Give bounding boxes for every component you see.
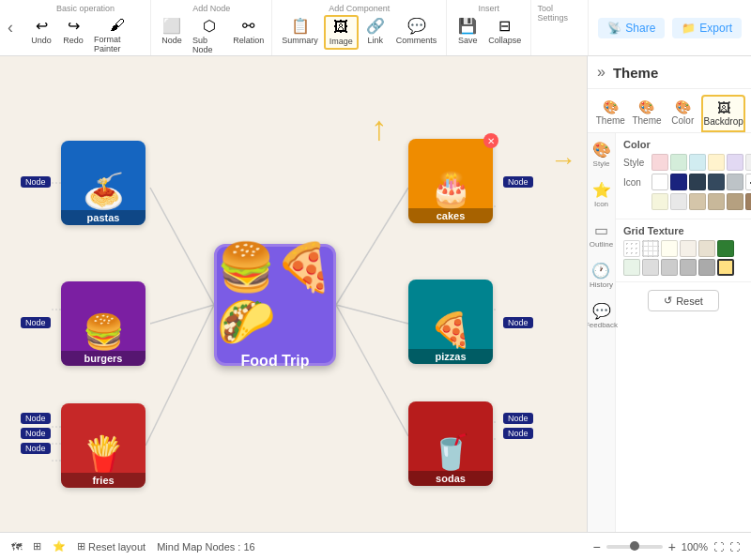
panel-title: Theme bbox=[613, 65, 658, 81]
undo-button[interactable]: ↩ Undo bbox=[26, 15, 56, 55]
texture-warm[interactable] bbox=[680, 240, 697, 257]
center-node[interactable]: 🍔🍕🌮 Food Trip bbox=[214, 244, 336, 366]
swatch-dark[interactable] bbox=[708, 174, 725, 190]
cakes-label: cakes bbox=[408, 208, 493, 223]
texture-yellow-selected[interactable] bbox=[717, 259, 734, 276]
cakes-close-button[interactable]: ✕ bbox=[483, 133, 498, 148]
tab-backdrop[interactable]: 🖼 Backdrop bbox=[701, 95, 745, 132]
swatch-gray[interactable] bbox=[745, 154, 751, 171]
panel-icon-history[interactable]: 🕐 History bbox=[590, 262, 613, 289]
texture-gray2[interactable] bbox=[661, 259, 678, 276]
toolbar-group-add-node: Add Node ⬜ Node ⬡ Sub Node ⚯ Relation bbox=[151, 0, 272, 55]
texture-grid[interactable] bbox=[642, 240, 659, 257]
zoom-slider[interactable] bbox=[606, 545, 663, 549]
swatch-brown2[interactable] bbox=[745, 193, 751, 210]
color-section-title: Color bbox=[623, 139, 743, 150]
swatch-khaki[interactable] bbox=[708, 193, 725, 210]
style-row-label: Style bbox=[623, 158, 651, 168]
node-badge-sodas-2[interactable]: Node bbox=[503, 428, 533, 439]
back-button[interactable]: ‹ bbox=[0, 0, 21, 55]
texture-gray1[interactable] bbox=[642, 259, 659, 276]
zoom-in-button[interactable]: + bbox=[668, 539, 676, 554]
group-label-insert: Insert bbox=[479, 4, 500, 13]
swatch-darkblue[interactable] bbox=[689, 174, 706, 190]
swatch-lightgray[interactable] bbox=[670, 193, 687, 210]
swatch-tan[interactable] bbox=[689, 193, 706, 210]
reset-layout-item[interactable]: ⊞ Reset layout bbox=[77, 540, 146, 552]
node-badge-sodas-1[interactable]: Node bbox=[503, 413, 533, 424]
svg-line-3 bbox=[336, 188, 408, 305]
node-badge-pizzas[interactable]: Node bbox=[503, 317, 533, 328]
swatch-purple[interactable] bbox=[727, 154, 743, 171]
status-icon-1[interactable]: 🗺 bbox=[11, 541, 22, 552]
texture-lightgreen[interactable] bbox=[623, 259, 640, 276]
sodas-node[interactable]: 🥤 sodas bbox=[408, 401, 493, 486]
swatch-cream[interactable] bbox=[651, 193, 668, 210]
pizzas-node[interactable]: 🍕 pizzas bbox=[408, 280, 493, 364]
fullscreen-button[interactable]: ⛶ bbox=[729, 541, 740, 552]
cakes-node[interactable]: ✕ 🎂 cakes bbox=[408, 139, 493, 223]
node-button[interactable]: ⬜ Node bbox=[157, 15, 187, 56]
export-button[interactable]: 📁 Export bbox=[672, 18, 742, 38]
panel-icon-style[interactable]: 🎨 Style bbox=[592, 141, 611, 168]
summary-button[interactable]: 📋 Summary bbox=[278, 15, 322, 50]
arrow-annotation-right: → bbox=[550, 145, 576, 175]
node-badge-burgers[interactable]: Node bbox=[21, 317, 51, 328]
status-icon-map: 🗺 bbox=[11, 541, 22, 552]
swatch-navy[interactable] bbox=[670, 174, 687, 190]
panel-collapse-button[interactable]: » bbox=[597, 64, 605, 81]
swatch-silver[interactable] bbox=[727, 174, 743, 190]
collapse-button[interactable]: ⊟ Collapse bbox=[484, 15, 525, 47]
panel-icon-outline[interactable]: ▭ Outline bbox=[590, 221, 613, 249]
fit-view-button[interactable]: ⛶ bbox=[713, 541, 724, 552]
comments-button[interactable]: 💬 Comments bbox=[392, 15, 441, 50]
burgers-node[interactable]: 🍔 burgers bbox=[61, 281, 146, 366]
texture-gray3[interactable] bbox=[680, 259, 697, 276]
redo-button[interactable]: ↪ Redo bbox=[58, 15, 88, 55]
swatch-white[interactable] bbox=[651, 174, 668, 190]
pastas-node[interactable]: 🍝 pastas bbox=[61, 141, 146, 225]
zoom-out-button[interactable]: − bbox=[592, 539, 600, 554]
group-label-add-node: Add Node bbox=[192, 4, 230, 13]
texture-beige[interactable] bbox=[661, 240, 678, 257]
panel-icon-feedback[interactable]: 💬 Feedback bbox=[588, 302, 618, 329]
relation-button[interactable]: ⚯ Relation bbox=[231, 15, 266, 56]
canvas[interactable]: 🍔🍕🌮 Food Trip 🍝 pastas 🍔 burgers 🍟 fries… bbox=[0, 56, 587, 532]
panel-content: Color Style Ico bbox=[616, 133, 751, 532]
theme-tab-label: Theme bbox=[596, 115, 625, 126]
fries-node[interactable]: 🍟 fries bbox=[61, 403, 146, 488]
status-icon-3[interactable]: ⭐ bbox=[53, 540, 66, 552]
node-badge-cakes[interactable]: Node bbox=[503, 176, 533, 188]
pizzas-label: pizzas bbox=[408, 349, 493, 364]
swatch-yellow[interactable] bbox=[708, 154, 725, 171]
node-badge-pastas[interactable]: Node bbox=[21, 176, 51, 188]
tab-color[interactable]: 🎨 Color bbox=[666, 95, 699, 132]
style-swatches bbox=[651, 154, 751, 171]
texture-dots[interactable] bbox=[623, 240, 640, 257]
swatch-pink[interactable] bbox=[651, 154, 668, 171]
sub-node-button[interactable]: ⬡ Sub Node bbox=[189, 15, 229, 56]
swatch-brown1[interactable] bbox=[727, 193, 743, 210]
image-button[interactable]: 🖼 Image bbox=[324, 15, 359, 50]
panel-icon-icon[interactable]: ⭐ Icon bbox=[592, 181, 611, 208]
tab-theme[interactable]: 🎨 Theme bbox=[593, 95, 628, 132]
format-painter-label: Format Painter bbox=[94, 35, 141, 53]
relation-label: Relation bbox=[233, 36, 264, 45]
share-button[interactable]: 📡 Share bbox=[598, 18, 665, 38]
format-painter-button[interactable]: 🖌 Format Painter bbox=[90, 15, 145, 55]
status-icon-2[interactable]: ⊞ bbox=[33, 540, 41, 552]
link-button[interactable]: 🔗 Link bbox=[360, 15, 391, 50]
node-badge-fries-2[interactable]: Node bbox=[21, 428, 51, 439]
texture-gray4[interactable] bbox=[698, 259, 715, 276]
texture-green[interactable] bbox=[717, 240, 734, 257]
swatch-blue[interactable] bbox=[689, 154, 706, 171]
swatch-dots[interactable]: ••• bbox=[745, 174, 751, 190]
tab-theme2[interactable]: 🎨 Theme bbox=[630, 95, 665, 132]
main-area: 🍔🍕🌮 Food Trip 🍝 pastas 🍔 burgers 🍟 fries… bbox=[0, 56, 751, 532]
swatch-green[interactable] bbox=[670, 154, 687, 171]
texture-tan2[interactable] bbox=[698, 240, 715, 257]
node-badge-fries-1[interactable]: Node bbox=[21, 413, 51, 424]
save-button[interactable]: 💾 Save bbox=[452, 15, 483, 47]
node-badge-fries-3[interactable]: Node bbox=[21, 443, 51, 454]
reset-button[interactable]: ↺ Reset bbox=[648, 290, 719, 311]
